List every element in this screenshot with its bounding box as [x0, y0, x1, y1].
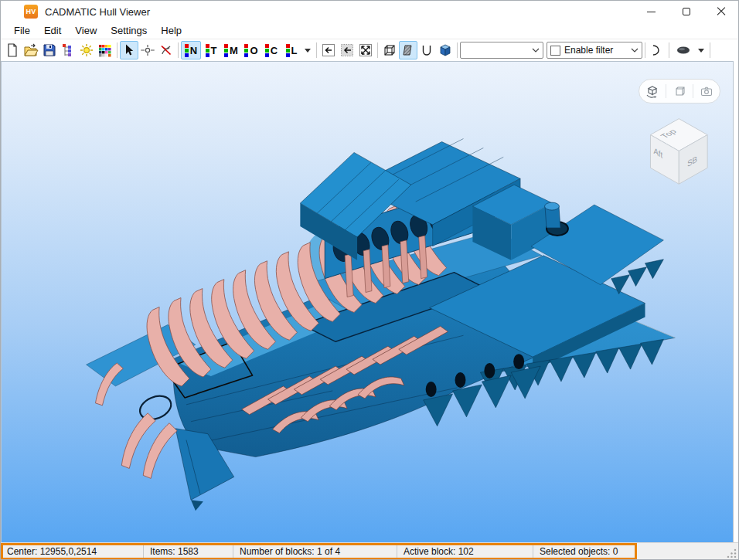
- toolbar-separator: [316, 42, 317, 58]
- color-palette-icon: [97, 42, 113, 58]
- letter-o-label: O: [250, 46, 257, 56]
- resize-grip[interactable]: [726, 547, 737, 558]
- locate-crosshair-icon: [140, 42, 155, 58]
- camera-icon: [700, 84, 713, 98]
- status-selected-objects: Selected objects: 0: [533, 543, 637, 559]
- rgb-squares-icon: [265, 44, 269, 57]
- tree-view-icon: [60, 42, 76, 58]
- view-tools-pill: [639, 79, 720, 104]
- close-icon: [717, 7, 726, 16]
- ellipse-icon: [674, 42, 693, 58]
- toolbar-separator: [117, 42, 117, 58]
- layer-l-button[interactable]: L: [281, 41, 301, 59]
- locate-crosshair-button[interactable]: [138, 41, 157, 59]
- rgb-squares-icon: [286, 44, 290, 57]
- letter-n-label: N: [190, 46, 197, 56]
- enable-filter-checkbox[interactable]: [550, 46, 560, 56]
- status-bar: Center: 12955,0,2514 Items: 1583 Number …: [1, 542, 738, 559]
- app-logo-icon: HV: [24, 5, 38, 19]
- fit-view-button[interactable]: [356, 41, 375, 59]
- tree-view-button[interactable]: [59, 41, 77, 59]
- enable-filter-label: Enable filter: [564, 45, 631, 56]
- menu-help[interactable]: Help: [154, 23, 189, 38]
- curve-slash-icon: [158, 42, 174, 58]
- hull-model[interactable]: [87, 139, 676, 511]
- viewport-3d[interactable]: Top Aft SB: [1, 61, 734, 542]
- status-items: Items: 1583: [144, 543, 233, 559]
- solid-cube-icon: [438, 42, 453, 58]
- brightness-icon: [79, 42, 94, 58]
- toolbar-separator: [710, 42, 710, 58]
- nav-cube[interactable]: Top Aft SB: [650, 119, 707, 185]
- ellipse-dropdown-caret[interactable]: [698, 49, 704, 53]
- view-back-button[interactable]: [319, 41, 338, 59]
- toolbar: N T M O C L: [1, 39, 738, 61]
- hull-model-canvas[interactable]: Top Aft SB: [2, 62, 733, 542]
- close-button[interactable]: [703, 1, 738, 22]
- wireframe-cube-icon: [382, 42, 397, 58]
- rgb-squares-icon: [206, 44, 209, 57]
- maximize-icon: [683, 8, 690, 15]
- toolbar-separator: [645, 42, 645, 58]
- solid-cube-button[interactable]: [436, 41, 455, 59]
- layer-n-button[interactable]: N: [181, 41, 201, 59]
- select-cursor-icon: [121, 42, 137, 58]
- curve-slash-button[interactable]: [157, 41, 175, 59]
- new-document-button[interactable]: [3, 41, 22, 59]
- window-title: CADMATIC Hull Viewer: [45, 6, 150, 18]
- camera-button[interactable]: [693, 80, 720, 103]
- menu-settings[interactable]: Settings: [104, 23, 154, 38]
- orbit-model-icon: [645, 84, 659, 98]
- view-back-icon: [321, 42, 336, 58]
- letter-m-label: M: [230, 46, 238, 56]
- wireframe-cube-button[interactable]: [380, 41, 399, 59]
- select-cursor-button[interactable]: [120, 41, 138, 59]
- rgb-squares-icon: [224, 44, 228, 57]
- brightness-button[interactable]: [77, 41, 96, 59]
- layer-o-button[interactable]: O: [241, 41, 261, 59]
- layer-t-button[interactable]: T: [201, 41, 221, 59]
- enable-filter-combobox[interactable]: Enable filter: [547, 42, 642, 59]
- ellipse-button[interactable]: [672, 41, 695, 59]
- search-combobox[interactable]: [460, 42, 543, 59]
- minimize-icon: [647, 12, 656, 12]
- rgb-squares-icon: [185, 44, 189, 57]
- shaded-view-button[interactable]: [399, 41, 417, 59]
- save-button[interactable]: [40, 41, 59, 59]
- menu-file[interactable]: File: [7, 23, 37, 38]
- layer-m-button[interactable]: M: [221, 41, 241, 59]
- app-window: HV CADMATIC Hull Viewer File Edit View S…: [0, 0, 739, 560]
- orbit-model-button[interactable]: [639, 80, 666, 103]
- color-palette-button[interactable]: [96, 41, 114, 59]
- view-previous-icon: [339, 42, 355, 58]
- minimize-button[interactable]: [634, 1, 669, 22]
- status-blocks: Number of blocks: 1 of 4: [233, 543, 397, 559]
- maximize-button[interactable]: [669, 1, 703, 22]
- layer-dropdown-caret[interactable]: [305, 49, 311, 53]
- menu-bar: File Edit View Settings Help: [1, 22, 738, 39]
- u-shape-icon: [419, 42, 434, 58]
- toolbar-separator: [457, 42, 458, 58]
- wireframe-box-button[interactable]: [666, 80, 693, 103]
- letter-c-label: C: [271, 46, 278, 56]
- letter-l-label: L: [291, 46, 298, 56]
- chevron-down-icon: [631, 47, 639, 53]
- status-active-block: Active block: 102: [397, 543, 533, 559]
- status-center: Center: 12955,0,2514: [1, 543, 144, 559]
- arc-icon: [649, 42, 666, 58]
- chevron-down-icon: [532, 47, 540, 53]
- rgb-squares-icon: [244, 44, 248, 57]
- arc-button[interactable]: [648, 41, 666, 59]
- view-previous-button[interactable]: [338, 41, 356, 59]
- letter-t-label: T: [211, 46, 217, 56]
- layer-c-button[interactable]: C: [261, 41, 281, 59]
- fit-view-icon: [358, 42, 373, 58]
- toolbar-separator: [178, 42, 179, 58]
- menu-view[interactable]: View: [68, 23, 104, 38]
- title-bar: HV CADMATIC Hull Viewer: [1, 1, 738, 22]
- open-folder-button[interactable]: [22, 41, 40, 59]
- u-shape-button[interactable]: [417, 41, 436, 59]
- menu-edit[interactable]: Edit: [37, 23, 68, 38]
- toolbar-separator: [669, 42, 669, 58]
- new-document-icon: [5, 42, 20, 58]
